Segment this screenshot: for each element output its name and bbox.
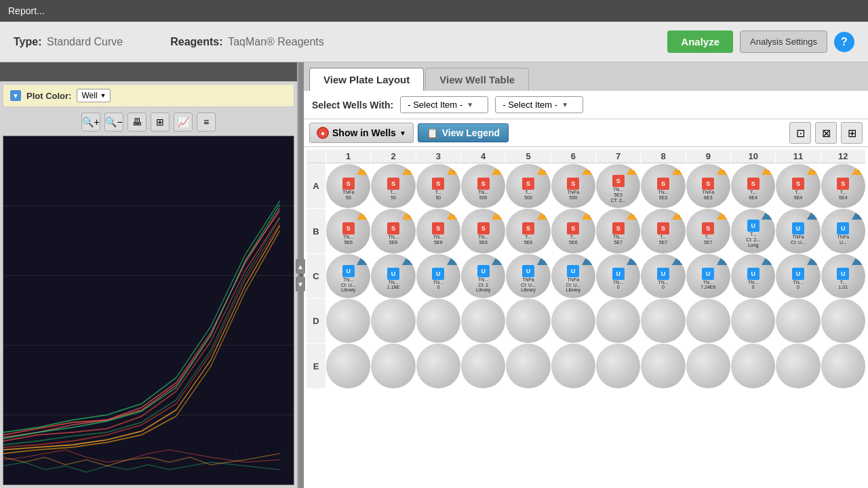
well-E6[interactable] <box>551 344 595 388</box>
well-E10[interactable] <box>731 344 775 388</box>
left-panel-header <box>0 62 297 81</box>
help-button[interactable]: ? <box>834 32 854 52</box>
well-C6[interactable]: 1UTNFaCt: U...Library <box>551 254 595 298</box>
well-E7[interactable] <box>596 344 640 388</box>
grid-view-button[interactable]: ⊞ <box>151 113 170 131</box>
well-B5[interactable]: 1ST...5E6 <box>506 209 550 253</box>
well-C5[interactable]: 1UTNFaCt: U...Library <box>506 254 550 298</box>
well-D5[interactable] <box>506 299 550 343</box>
zoom-out-button[interactable]: 🔍− <box>104 113 123 131</box>
well-A1[interactable]: 1STNFa50 <box>326 164 370 208</box>
well-C8[interactable]: 1UTN...0 <box>641 254 685 298</box>
view-legend-button[interactable]: 📋 View Legend <box>418 123 509 142</box>
well-A8[interactable]: 1STN...5E3 <box>641 164 685 208</box>
well-A5[interactable]: 1ST...500 <box>506 164 550 208</box>
plate-grid: 123456789101112A1STNFa501ST...501ST...50… <box>307 150 865 388</box>
analysis-settings-button[interactable]: Analysis Settings <box>740 30 827 53</box>
well-C4[interactable]: 1UTN...Ct: 2Library <box>461 254 505 298</box>
well-E4[interactable] <box>461 344 505 388</box>
legend-icon: 📋 <box>427 127 438 138</box>
zoom-in-button[interactable]: 🔍+ <box>81 113 100 131</box>
zoom-out-icon: 🔍− <box>105 117 122 127</box>
grid-select-btn-2[interactable]: ⊠ <box>815 122 837 144</box>
collapse-down-button[interactable]: ▼ <box>296 277 305 291</box>
well-D2[interactable] <box>371 299 415 343</box>
well-D1[interactable] <box>326 299 370 343</box>
well-E12[interactable] <box>821 344 865 388</box>
well-D6[interactable] <box>551 299 595 343</box>
header: Type: Standard Curve Reagents: TaqMan® R… <box>0 22 868 62</box>
well-D11[interactable] <box>776 299 820 343</box>
well-E1[interactable] <box>326 344 370 388</box>
plot-color-toggle[interactable]: ▼ <box>10 90 21 101</box>
right-panel: View Plate Layout View Well Table Select… <box>304 62 868 488</box>
grid-select-icon-3: ⊞ <box>848 127 856 140</box>
well-C3[interactable]: 1UTN...0 <box>416 254 460 298</box>
title-text: Report... <box>8 5 45 16</box>
well-B8[interactable]: 1ST...5E7 <box>641 209 685 253</box>
well-B3[interactable]: 1STN...5E6 <box>416 209 460 253</box>
row-header-A: A <box>307 164 326 208</box>
well-C7[interactable]: 1UTN...0 <box>596 254 640 298</box>
well-B1[interactable]: 1STN...5E6 <box>326 209 370 253</box>
chart-type-button[interactable]: 📈 <box>174 113 193 131</box>
grid-select-btn-3[interactable]: ⊞ <box>841 122 863 144</box>
well-E8[interactable] <box>641 344 685 388</box>
well-C11[interactable]: 1UTN...0 <box>776 254 820 298</box>
select-item-dropdown-2[interactable]: - Select Item - ▼ <box>495 96 583 113</box>
well-E9[interactable] <box>686 344 730 388</box>
plot-color-dropdown[interactable]: Well ▼ <box>77 89 111 102</box>
well-D12[interactable] <box>821 299 865 343</box>
grid-select-btn-1[interactable]: ⊡ <box>789 122 811 144</box>
reagents-label: Reagents: TaqMan® Reagents <box>170 36 324 48</box>
well-A10[interactable]: 1ST...6E4 <box>731 164 775 208</box>
well-B12[interactable]: 1UTNFaU... <box>821 209 865 253</box>
well-A9[interactable]: 1STNFa6E3 <box>686 164 730 208</box>
well-B10[interactable]: 1UT...Ct: 2...Lung <box>731 209 775 253</box>
well-D3[interactable] <box>416 299 460 343</box>
collapse-up-button[interactable]: ▲ <box>296 259 305 274</box>
well-A7[interactable]: 1STN...5E3CT: 2... <box>596 164 640 208</box>
well-B7[interactable]: 1STN...5E7 <box>596 209 640 253</box>
well-B11[interactable]: 1UTNFaCt: U... <box>776 209 820 253</box>
well-A2[interactable]: 1ST...50 <box>371 164 415 208</box>
well-A12[interactable]: 1ST...5E4 <box>821 164 865 208</box>
dropdown1-arrow-icon: ▼ <box>467 101 473 108</box>
dropdown-arrow-icon: ▼ <box>100 92 106 99</box>
well-D9[interactable] <box>686 299 730 343</box>
list-button[interactable]: ≡ <box>197 113 216 131</box>
select-item-dropdown-1[interactable]: - Select Item - ▼ <box>400 96 488 113</box>
tab-plate-layout[interactable]: View Plate Layout <box>309 68 424 91</box>
well-E3[interactable] <box>416 344 460 388</box>
well-C12[interactable]: 1UT...1.01 <box>821 254 865 298</box>
well-B4[interactable]: 1STN...5E6 <box>461 209 505 253</box>
well-B9[interactable]: 1ST...5E7 <box>686 209 730 253</box>
well-D7[interactable] <box>596 299 640 343</box>
well-C10[interactable]: 1UTN...0 <box>731 254 775 298</box>
well-C2[interactable]: 1UTN...1.18E <box>371 254 415 298</box>
list-icon: ≡ <box>203 117 209 127</box>
well-D8[interactable] <box>641 299 685 343</box>
well-A6[interactable]: 1STNFa500 <box>551 164 595 208</box>
well-A4[interactable]: 1STN...500 <box>461 164 505 208</box>
well-E2[interactable] <box>371 344 415 388</box>
analyze-button[interactable]: Analyze <box>667 30 733 53</box>
grid-select-icon-1: ⊡ <box>796 127 805 140</box>
grid-select-icon-2: ⊠ <box>822 127 831 140</box>
dropdown2-arrow-icon: ▼ <box>561 101 568 108</box>
print-button[interactable]: 🖶 <box>127 113 146 131</box>
well-B2[interactable]: 1STN...5E6 <box>371 209 415 253</box>
well-C1[interactable]: 1UTN...Ct: U...Library <box>326 254 370 298</box>
well-B6[interactable]: 1ST...5E6 <box>551 209 595 253</box>
well-C9[interactable]: 1UTN...7.24E6 <box>686 254 730 298</box>
well-A3[interactable]: 1ST...50 <box>416 164 460 208</box>
tab-well-table[interactable]: View Well Table <box>425 68 529 91</box>
well-D10[interactable] <box>731 299 775 343</box>
well-D4[interactable] <box>461 299 505 343</box>
col-header-7: 7 <box>596 150 640 163</box>
well-E11[interactable] <box>776 344 820 388</box>
panel-collapse-controls: ▲ ▼ <box>296 259 305 291</box>
show-in-wells-button[interactable]: ● Show in Wells ▼ <box>309 123 414 143</box>
well-E5[interactable] <box>506 344 550 388</box>
well-A11[interactable]: 1ST...5E4 <box>776 164 820 208</box>
